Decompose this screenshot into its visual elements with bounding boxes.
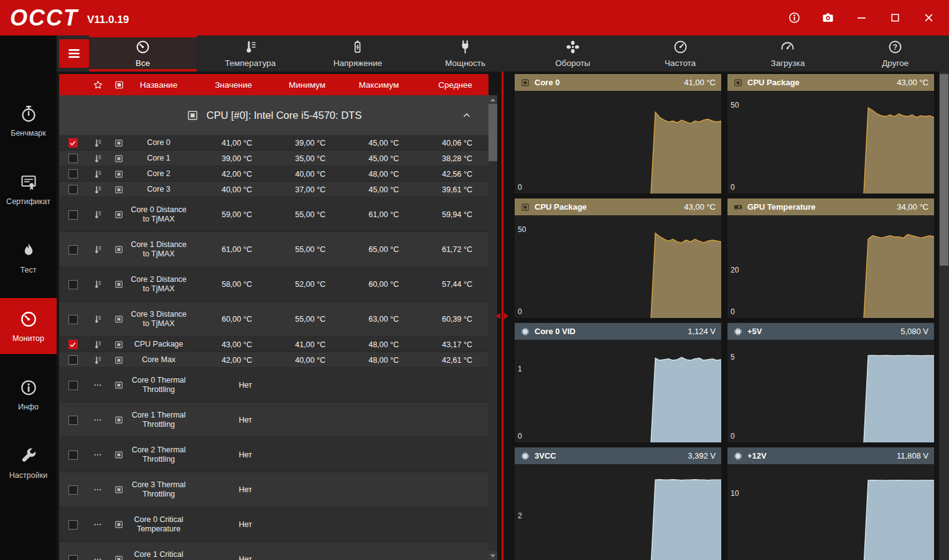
graph-toggle-button[interactable] bbox=[114, 415, 124, 425]
maximize-icon bbox=[889, 11, 902, 24]
scroll-down-button[interactable] bbox=[489, 551, 497, 560]
app-logo: OCCT bbox=[10, 5, 78, 31]
tab-rpm[interactable]: Обороты bbox=[519, 35, 627, 72]
row-checkbox[interactable] bbox=[68, 555, 78, 560]
thermometer-icon bbox=[93, 340, 103, 350]
sidebar-item-settings[interactable]: Настройки bbox=[0, 435, 57, 491]
graph-toggle-button[interactable] bbox=[114, 138, 124, 148]
maximize-button[interactable] bbox=[886, 9, 904, 27]
tab-label: Все bbox=[136, 58, 150, 68]
scrollbar-track[interactable] bbox=[489, 104, 497, 551]
tab-voltage[interactable]: Напряжение bbox=[304, 35, 412, 72]
chart-title: +5V bbox=[747, 327, 896, 336]
scroll-up-button[interactable] bbox=[489, 95, 497, 104]
sensor-max: 45,00 °C bbox=[335, 185, 409, 194]
row-checkbox[interactable] bbox=[68, 315, 78, 324]
table-scrollbar[interactable] bbox=[489, 95, 497, 560]
chevron-up-icon[interactable] bbox=[461, 110, 472, 121]
tab-load[interactable]: Загрузка bbox=[734, 35, 842, 72]
sidebar-item-benchmark[interactable]: Бенчмарк bbox=[0, 93, 57, 149]
graph-toggle-button[interactable] bbox=[114, 485, 124, 495]
section-header[interactable]: CPU [#0]: Intel Core i5-4570: DTS bbox=[59, 95, 489, 135]
row-checkbox[interactable] bbox=[68, 138, 78, 147]
load-icon bbox=[780, 39, 795, 55]
row-checkbox[interactable] bbox=[68, 355, 78, 365]
sensor-name: Core 1 Critical Temperature bbox=[129, 550, 189, 560]
close-button[interactable] bbox=[919, 9, 938, 27]
minimize-icon bbox=[855, 11, 868, 24]
graph-toggle-button[interactable] bbox=[114, 279, 124, 289]
sidebar-item-label: Инфо bbox=[18, 403, 39, 411]
row-checkbox[interactable] bbox=[68, 245, 78, 254]
row-checkbox[interactable] bbox=[68, 381, 78, 390]
row-checkbox[interactable] bbox=[68, 520, 78, 530]
sensor-avg: 43,17 °C bbox=[409, 340, 482, 349]
panel-splitter[interactable] bbox=[497, 72, 507, 560]
splitter-right-arrow-icon[interactable] bbox=[504, 313, 508, 319]
minimize-button[interactable] bbox=[852, 9, 871, 27]
graph-toggle-button[interactable] bbox=[114, 169, 124, 179]
graph-toggle-button[interactable] bbox=[114, 245, 124, 254]
graph-toggle-button[interactable] bbox=[114, 355, 124, 365]
stopwatch-icon bbox=[19, 105, 38, 123]
chart-value: 3,392 V bbox=[688, 451, 716, 460]
row-checkbox[interactable] bbox=[68, 210, 78, 220]
menu-button[interactable] bbox=[59, 39, 89, 68]
sensor-value: 40,00 °C bbox=[189, 185, 262, 194]
sidebar-item-test[interactable]: Тест bbox=[0, 230, 57, 286]
scrollbar-thumb[interactable] bbox=[489, 104, 497, 161]
window-scrollbar[interactable] bbox=[939, 72, 949, 560]
dots-icon bbox=[93, 554, 103, 560]
sensor-max: 61,00 °C bbox=[335, 210, 409, 219]
row-checkbox[interactable] bbox=[68, 154, 78, 163]
graph-toggle-button[interactable] bbox=[114, 340, 124, 350]
tab-temperature[interactable]: Температура bbox=[197, 35, 304, 72]
graph-toggle-button[interactable] bbox=[114, 185, 124, 195]
graph-column-icon[interactable] bbox=[114, 80, 124, 90]
sidebar-item-info[interactable]: Инфо bbox=[0, 366, 57, 422]
table-row: Core 2 Distance to TjMAX58,00 °C52,00 °C… bbox=[59, 267, 489, 302]
graph-toggle-button[interactable] bbox=[114, 450, 124, 460]
star-icon[interactable] bbox=[93, 80, 103, 90]
window-scrollbar-thumb[interactable] bbox=[940, 74, 948, 266]
charts-grid: Core 041,00 °C0CPU Package43,00 °C500CPU… bbox=[507, 72, 939, 560]
y-axis-label: 0 bbox=[731, 432, 735, 441]
row-checkbox[interactable] bbox=[68, 340, 78, 349]
screenshot-button[interactable] bbox=[818, 9, 837, 27]
graph-toggle-button[interactable] bbox=[114, 520, 124, 530]
sensor-name: Core 3 bbox=[129, 185, 189, 194]
splitter-left-arrow-icon[interactable] bbox=[496, 313, 500, 319]
sidebar-item-label: Сертификат bbox=[6, 197, 50, 206]
tab-other[interactable]: ?Другое bbox=[841, 35, 949, 72]
sidebar-item-monitor[interactable]: Монитор bbox=[0, 298, 57, 354]
table-row: Core 3 Distance to TjMAX60,00 °C55,00 °C… bbox=[59, 302, 489, 337]
app-version: V11.0.19 bbox=[87, 14, 129, 26]
info-button[interactable] bbox=[785, 9, 803, 27]
monitor-icon bbox=[186, 109, 199, 122]
graph-toggle-button[interactable] bbox=[114, 554, 124, 560]
area-chart bbox=[515, 464, 721, 560]
sidebar-item-certificate[interactable]: Сертификат bbox=[0, 161, 57, 217]
sensor-value: 58,00 °C bbox=[189, 280, 262, 289]
graph-toggle-button[interactable] bbox=[114, 314, 124, 324]
graph-toggle-button[interactable] bbox=[114, 380, 124, 390]
check-icon bbox=[69, 341, 77, 348]
graph-toggle-button[interactable] bbox=[114, 210, 124, 220]
graph-toggle-button[interactable] bbox=[114, 154, 124, 164]
row-checkbox[interactable] bbox=[68, 185, 78, 194]
tab-frequency[interactable]: Частота bbox=[627, 35, 734, 72]
row-checkbox[interactable] bbox=[68, 169, 78, 179]
chart-card: 3VCC3,392 V2 bbox=[515, 447, 721, 560]
row-checkbox[interactable] bbox=[68, 280, 78, 289]
sensor-value: 39,00 °C bbox=[189, 154, 262, 163]
sensor-min: 37,00 °C bbox=[262, 185, 335, 194]
tab-label: Загрузка bbox=[771, 58, 805, 68]
row-checkbox[interactable] bbox=[68, 416, 78, 425]
dots-icon bbox=[93, 485, 103, 495]
row-checkbox[interactable] bbox=[68, 450, 78, 460]
tab-all[interactable]: Все bbox=[89, 35, 197, 72]
y-axis-label: 0 bbox=[731, 183, 735, 192]
row-checkbox[interactable] bbox=[68, 485, 78, 495]
sensor-value: 43,00 °C bbox=[189, 340, 262, 349]
tab-power[interactable]: Мощность bbox=[411, 35, 519, 72]
